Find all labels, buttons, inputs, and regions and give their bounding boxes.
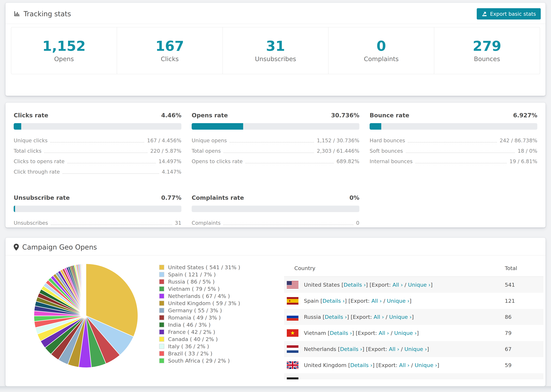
country-details-link[interactable]: Details › <box>325 314 347 320</box>
stat-box-opens: 1,152Opens <box>11 27 117 74</box>
rate-row-click-through-rate: Click through rate4.147% <box>14 169 181 175</box>
rate-row-value: 31 <box>175 220 181 226</box>
export-unique-link[interactable]: Unique › <box>415 362 437 368</box>
legend-label: United Kingdom ( 59 / 3% ) <box>168 300 240 306</box>
rate-row-label: Total clicks <box>14 148 42 154</box>
legend-swatch <box>159 286 164 291</box>
legend-swatch <box>159 301 164 306</box>
tracking-stats-page: Tracking stats Export basic stats 1,152O… <box>0 0 551 392</box>
export-all-link[interactable]: All › <box>389 346 399 352</box>
rates-card: Clicks rate4.46%Unique clicks167 / 4.456… <box>6 103 545 227</box>
legend-item-france: France ( 42 / 2% ) <box>159 328 240 336</box>
rate-progress-fill <box>192 123 243 130</box>
export-unique-link[interactable]: Unique › <box>408 282 431 288</box>
legend-item-russia: Russia ( 86 / 5% ) <box>159 278 240 285</box>
rate-detail-rows: Complaints0 <box>192 220 359 226</box>
export-unique-link[interactable]: Unique › <box>404 346 427 352</box>
rate-title: Complaints rate <box>192 194 244 201</box>
total-cell: 86 <box>505 314 511 320</box>
dotted-leader <box>44 153 148 153</box>
map-pin-icon <box>14 244 19 251</box>
stat-box-clicks: 167Clicks <box>117 27 223 74</box>
geo-table-row-vietnam: Vietnam [Details ›] [Export: All › / Uni… <box>284 325 544 341</box>
rate-row-value: 689.82% <box>337 158 359 164</box>
stat-value: 1,152 <box>42 39 85 53</box>
rate-row-label: Click through rate <box>14 169 60 175</box>
nl-flag-icon <box>287 345 298 353</box>
total-column-header: Total <box>505 265 517 271</box>
gb-flag-icon <box>287 361 298 369</box>
legend-item-vietnam: Vietnam ( 79 / 5% ) <box>159 285 240 293</box>
country-details-link[interactable]: Details › <box>323 298 345 304</box>
page-title-label: Tracking stats <box>24 10 71 18</box>
export-unique-link[interactable]: Unique › <box>394 330 417 336</box>
dotted-leader <box>67 163 156 163</box>
rate-title: Bounce rate <box>370 112 409 119</box>
dotted-leader <box>50 142 144 142</box>
geo-table-body: United States [Details ›] [Export: All ›… <box>284 277 544 379</box>
rate-row-unique-opens: Unique opens1,152 / 30.736% <box>192 138 359 143</box>
dotted-leader <box>406 153 515 153</box>
rate-row-label: Unsubscribes <box>14 220 48 226</box>
stat-value: 31 <box>266 39 285 53</box>
rate-progress-track <box>14 206 181 212</box>
legend-item-united-states: United States ( 541 / 31% ) <box>159 264 240 271</box>
legend-swatch <box>159 272 164 277</box>
rate-row-value: 167 / 4.456% <box>147 138 181 143</box>
rate-row-value: 2,303 / 61.446% <box>317 148 359 154</box>
rate-row-total-clicks: Total clicks220 / 5.87% <box>14 148 181 154</box>
export-basic-stats-label: Export basic stats <box>490 11 536 17</box>
pie-slice-other-59[interactable] <box>86 264 86 316</box>
country-column-header: Country <box>294 265 315 271</box>
rate-row-value: 0 <box>356 220 359 226</box>
rate-panel-unsubscribe-rate: Unsubscribe rate0.77%Unsubscribes31 <box>14 194 181 227</box>
rate-panel-clicks-rate: Clicks rate4.46%Unique clicks167 / 4.456… <box>14 112 181 179</box>
legend-label: South Africa ( 29 / 2% ) <box>168 358 230 364</box>
export-all-link[interactable]: All › <box>392 282 403 288</box>
bar-chart-icon <box>14 11 20 17</box>
export-all-link[interactable]: All › <box>399 362 410 368</box>
country-details-link[interactable]: Details › <box>340 346 362 352</box>
export-icon <box>481 11 487 17</box>
rate-value: 0.77% <box>161 194 181 201</box>
export-unique-link[interactable]: Unique › <box>387 298 410 304</box>
geo-table-row-united-states: United States [Details ›] [Export: All ›… <box>284 277 544 293</box>
legend-swatch <box>159 336 164 342</box>
rate-title: Clicks rate <box>14 112 48 119</box>
country-details-link[interactable]: Details › <box>344 282 366 288</box>
rate-head: Bounce rate6.927% <box>370 112 537 119</box>
tracking-stats-card: Tracking stats Export basic stats 1,152O… <box>6 3 545 96</box>
dotted-leader <box>245 163 334 163</box>
export-unique-link[interactable]: Unique › <box>389 314 412 320</box>
export-all-link[interactable]: All › <box>374 314 384 320</box>
geo-table-row-united-kingdom: United Kingdom [Details ›] [Export: All … <box>284 357 544 373</box>
export-basic-stats-button[interactable]: Export basic stats <box>477 8 541 20</box>
stat-label: Opens <box>54 56 74 63</box>
rate-row-label: Unique opens <box>192 138 227 143</box>
export-all-link[interactable]: All › <box>371 298 382 304</box>
geo-opens-pie-chart[interactable] <box>31 261 141 371</box>
legend-item-south-africa: South Africa ( 29 / 2% ) <box>159 357 240 364</box>
legend-swatch <box>159 315 164 320</box>
stat-value: 279 <box>473 39 501 53</box>
legend-item-romania: Romania ( 49 / 3% ) <box>159 314 240 321</box>
rate-row-label: Clicks to opens rate <box>14 158 64 164</box>
rate-row-soft-bounces: Soft bounces18 / 0% <box>370 148 537 154</box>
export-all-link[interactable]: All › <box>379 330 389 336</box>
rate-row-unique-clicks: Unique clicks167 / 4.456% <box>14 138 181 143</box>
total-cell: 79 <box>505 330 511 336</box>
rate-row-opens-to-clicks-rate: Opens to clicks rate689.82% <box>192 158 359 164</box>
rate-progress-track <box>14 123 181 130</box>
country-cell: Russia [Details ›] [Export: All › / Uniq… <box>304 314 414 320</box>
stat-label: Unsubscribes <box>255 56 296 63</box>
rate-title: Opens rate <box>192 112 228 119</box>
rate-row-value: 18 / 0% <box>518 148 537 154</box>
rate-progress-track <box>370 123 537 130</box>
legend-swatch <box>159 294 164 299</box>
country-details-link[interactable]: Details › <box>330 330 352 336</box>
country-details-link[interactable]: Details › <box>350 362 373 368</box>
rate-row-clicks-to-opens-rate: Clicks to opens rate14.497% <box>14 158 181 164</box>
legend-swatch <box>159 344 164 349</box>
geo-opens-header: Campaign Geo Opens <box>6 238 545 255</box>
legend-item-netherlands: Netherlands ( 67 / 4% ) <box>159 293 240 300</box>
